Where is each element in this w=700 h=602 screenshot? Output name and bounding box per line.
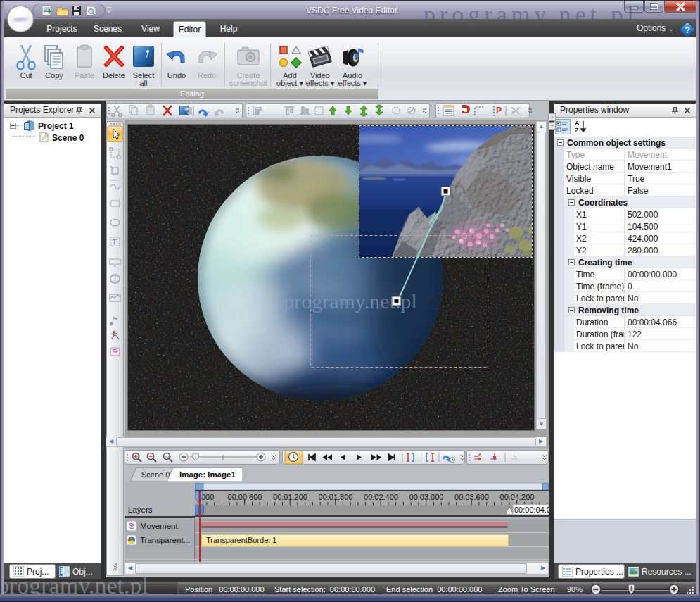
svg-text:P: P: [496, 106, 502, 115]
svg-text:00:00:04.0: 00:00:04.0: [514, 506, 549, 514]
svg-text:?: ?: [685, 25, 690, 35]
svg-text:Z: Z: [575, 127, 579, 134]
svg-text:100: 100: [165, 455, 171, 459]
svg-text:Image: Image1: Image: Image1: [179, 470, 236, 479]
svg-text:T: T: [113, 238, 117, 246]
svg-text:programy.net.pl: programy.net.pl: [284, 289, 417, 313]
svg-text:000: 000: [201, 493, 214, 501]
svg-text:A: A: [575, 120, 580, 127]
svg-text:Scene 0: Scene 0: [141, 470, 170, 479]
